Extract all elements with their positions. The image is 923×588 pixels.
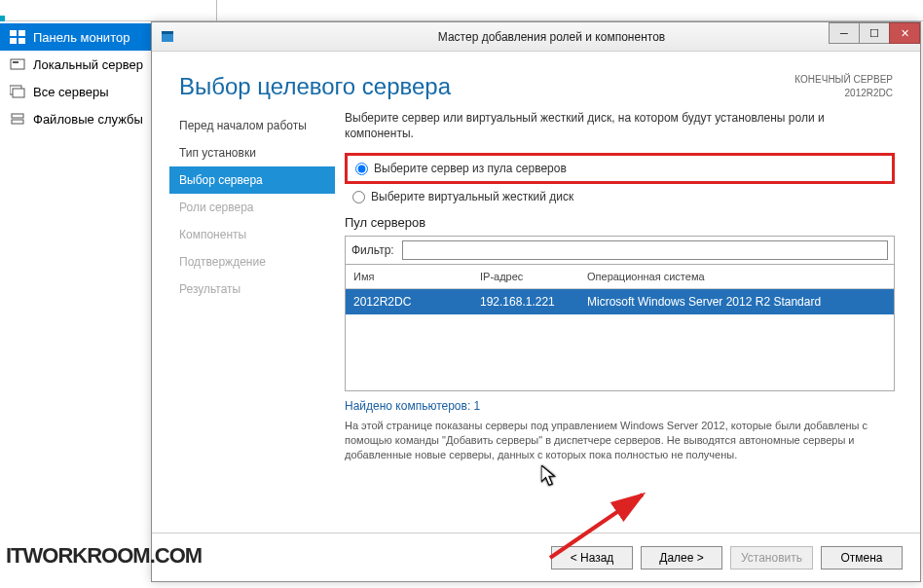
cell-name: 2012R2DC — [346, 289, 472, 314]
back-button[interactable]: < Назад — [551, 546, 633, 570]
wizard-body: Выбор целевого сервера КОНЕЧНЫЙ СЕРВЕР 2… — [152, 52, 920, 533]
next-button[interactable]: Далее > — [641, 546, 722, 570]
found-num: 1 — [474, 399, 481, 413]
watermark: ITWORKROOM.COM — [6, 545, 202, 567]
window-chrome-top — [0, 0, 923, 21]
maximize-button[interactable]: ☐ — [859, 22, 890, 44]
page-title: Выбор целевого сервера — [179, 73, 451, 100]
step-confirmation: Подтверждение — [169, 248, 335, 276]
wizard-dialog: Мастер добавления ролей и компонентов ─ … — [151, 21, 921, 582]
dashboard-icon — [10, 30, 25, 44]
destination-server: КОНЕЧНЫЙ СЕРВЕР 2012R2DC — [794, 73, 893, 100]
note-text: На этой странице показаны серверы под уп… — [345, 419, 895, 462]
svg-rect-3 — [18, 38, 25, 44]
svg-rect-10 — [162, 33, 173, 42]
pool-heading: Пул серверов — [345, 215, 895, 230]
step-install-type[interactable]: Тип установки — [169, 139, 335, 166]
filter-label: Фильтр: — [351, 243, 394, 257]
cell-ip: 192.168.1.221 — [472, 289, 579, 314]
minimize-button[interactable]: ─ — [829, 22, 860, 44]
col-os[interactable]: Операционная система — [579, 265, 894, 288]
col-name[interactable]: Имя — [346, 265, 472, 288]
step-server-selection[interactable]: Выбор сервера — [169, 166, 335, 194]
svg-rect-7 — [13, 89, 24, 97]
svg-rect-0 — [10, 30, 17, 36]
header-row: Выбор целевого сервера КОНЕЧНЫЙ СЕРВЕР 2… — [152, 52, 920, 110]
radio-label: Выберите виртуальный жесткий диск — [371, 190, 573, 203]
radio-label: Выберите сервер из пула серверов — [374, 162, 567, 175]
table-row[interactable]: 2012R2DC 192.168.1.221 Microsoft Windows… — [346, 289, 894, 314]
found-prefix: Найдено компьютеров: — [345, 399, 474, 413]
step-server-roles: Роли сервера — [169, 194, 335, 221]
dest-label: КОНЕЧНЫЙ СЕРВЕР — [794, 73, 893, 87]
nav-label: Локальный сервер — [33, 57, 143, 72]
instruction-text: Выберите сервер или виртуальный жесткий … — [345, 110, 895, 141]
svg-rect-8 — [12, 114, 23, 118]
filter-row: Фильтр: — [345, 236, 895, 265]
nav-label: Все серверы — [33, 85, 109, 99]
content-row: Перед началом работы Тип установки Выбор… — [152, 110, 920, 533]
wizard-icon — [160, 29, 175, 45]
nav-label: Панель монитор — [33, 30, 129, 45]
window-controls: ─ ☐ ✕ — [830, 22, 920, 51]
footer: < Назад Далее > Установить Отмена — [152, 533, 920, 581]
svg-rect-1 — [18, 30, 25, 36]
title-text: Мастер добавления ролей и компонентов — [183, 30, 920, 44]
nav-label: Файловые службы — [33, 112, 143, 127]
radio-highlight-box: Выберите сервер из пула серверов — [345, 153, 895, 184]
server-table: Имя IP-адрес Операционная система 2012R2… — [345, 265, 895, 391]
svg-rect-4 — [11, 59, 24, 69]
steps-nav: Перед началом работы Тип установки Выбор… — [169, 110, 335, 533]
step-features: Компоненты — [169, 221, 335, 248]
step-results: Результаты — [169, 276, 335, 303]
svg-rect-5 — [13, 61, 18, 63]
main-panel: Выберите сервер или виртуальный жесткий … — [335, 110, 895, 533]
servers-icon — [10, 85, 25, 98]
cancel-button[interactable]: Отмена — [821, 546, 903, 570]
table-header: Имя IP-адрес Операционная система — [346, 265, 894, 289]
svg-rect-2 — [10, 38, 17, 44]
col-ip[interactable]: IP-адрес — [472, 265, 579, 288]
step-before-begin[interactable]: Перед началом работы — [169, 112, 335, 139]
install-button: Установить — [730, 546, 813, 570]
radio-server-pool[interactable]: Выберите сервер из пула серверов — [355, 160, 884, 177]
svg-rect-9 — [12, 120, 23, 124]
svg-rect-11 — [162, 31, 173, 34]
radio-vhd-input[interactable] — [352, 191, 365, 203]
dest-value: 2012R2DC — [794, 87, 893, 100]
titlebar[interactable]: Мастер добавления ролей и компонентов ─ … — [152, 22, 920, 52]
filter-input[interactable] — [402, 240, 888, 260]
found-count: Найдено компьютеров: 1 — [345, 399, 895, 413]
radio-vhd[interactable]: Выберите виртуальный жесткий диск — [352, 188, 895, 205]
files-icon — [10, 112, 25, 126]
radio-server-pool-input[interactable] — [355, 163, 368, 175]
cell-os: Microsoft Windows Server 2012 R2 Standar… — [579, 289, 894, 314]
server-icon — [10, 57, 25, 71]
close-button[interactable]: ✕ — [889, 22, 920, 44]
